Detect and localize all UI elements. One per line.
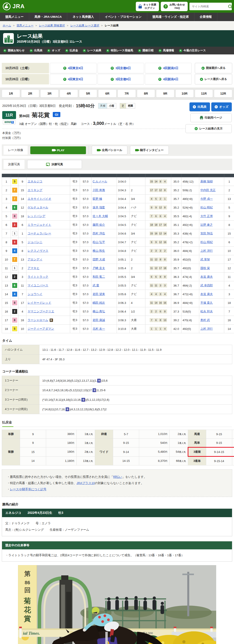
jockey-link[interactable]: 戸崎 圭太 bbox=[93, 266, 105, 270]
breadcrumb-link[interactable]: レース結果 開催選択 bbox=[39, 24, 65, 28]
trainer-link[interactable]: 上村 洋行 bbox=[200, 249, 213, 252]
race-tab[interactable]: 2R bbox=[21, 90, 39, 98]
jockey-link[interactable]: 岩田 康誠 bbox=[93, 318, 105, 322]
howto-read-results-button[interactable]: レース結果の見方 bbox=[185, 124, 232, 133]
race-tab[interactable]: 9R bbox=[156, 90, 174, 98]
trainer-link[interactable]: 武 幸四郎 bbox=[200, 284, 213, 287]
main-nav-item[interactable]: 競馬場・ウインズ・指定席 bbox=[147, 13, 194, 21]
sub-nav-item[interactable]: 今週の注目レース bbox=[177, 47, 208, 54]
race-tab[interactable]: 12R bbox=[214, 90, 232, 98]
meeting-button[interactable]: 4回新潟3日 bbox=[145, 63, 192, 73]
horse-name-link[interactable]: ミラージュナイト bbox=[28, 223, 51, 226]
jockey-link[interactable]: C.ルメール bbox=[93, 180, 107, 183]
sub-nav-item[interactable]: レース結果 bbox=[80, 47, 104, 54]
sub-nav-item[interactable]: 馬場情報 bbox=[156, 47, 177, 54]
race-tab[interactable]: 4R bbox=[60, 90, 78, 98]
print-page-button[interactable]: 印刷用ページ bbox=[190, 113, 232, 122]
meeting-button[interactable]: 3回京都9日 bbox=[97, 74, 144, 84]
main-nav-item[interactable]: ネット馬券購入 bbox=[67, 13, 99, 21]
faq-button[interactable]: お問い合わせ FAQ bbox=[161, 2, 188, 11]
horse-name-link[interactable]: ライトトラック bbox=[28, 275, 48, 278]
trainer-link[interactable]: 手塚 貴久 bbox=[200, 301, 213, 304]
breadcrumb-link[interactable]: レース結果 レース選択 bbox=[70, 24, 99, 28]
trainer-link[interactable]: 杉山 晴紀 bbox=[200, 206, 213, 209]
horse-name-link[interactable]: レイヤードレッド bbox=[28, 301, 51, 304]
back-to-race-select-button[interactable]: レース選択へ戻る bbox=[195, 74, 232, 84]
entry-table-button[interactable]: 出馬表 bbox=[189, 102, 210, 111]
sub-nav-item[interactable]: 開催お知らせ bbox=[1, 47, 27, 54]
sub-nav-item[interactable]: オッズ bbox=[45, 47, 63, 54]
sub-nav-item[interactable]: 出馬表 bbox=[27, 47, 45, 54]
back-to-meeting-select-button[interactable]: 開催選択へ戻る bbox=[195, 63, 232, 73]
horse-name-link[interactable]: エキサイトバイオ bbox=[28, 197, 51, 200]
main-nav-item[interactable]: 競馬メニュー bbox=[0, 13, 29, 21]
horse-name-link[interactable]: ラーシャローム bbox=[28, 318, 48, 322]
sub-nav-item[interactable]: 特別レース登録馬 bbox=[104, 47, 136, 54]
horse-name-link[interactable]: ゲルチュタール bbox=[28, 206, 48, 209]
race-tab[interactable]: 6R bbox=[98, 90, 116, 98]
jockey-link[interactable]: 横山 典弘 bbox=[93, 310, 105, 313]
race-tab[interactable]: 8R bbox=[137, 90, 155, 98]
race-tab[interactable]: 3R bbox=[40, 90, 59, 98]
breadcrumb-link[interactable]: レース結果 bbox=[105, 24, 119, 28]
trainer-link[interactable]: 杉山 晴紀 bbox=[200, 240, 213, 244]
finish-photo-button[interactable]: 決勝写真 bbox=[27, 160, 82, 169]
horse-name-link[interactable]: エネルジコ bbox=[28, 180, 43, 183]
sub-nav-item[interactable]: 開催日程 bbox=[136, 47, 156, 54]
jockey-link[interactable]: 松山 弘平 bbox=[93, 240, 105, 244]
breadcrumb-link[interactable]: 競馬メニュー bbox=[17, 24, 34, 28]
jockey-link[interactable]: 西村 淳也 bbox=[93, 232, 105, 235]
jockey-link[interactable]: 横山 和生 bbox=[93, 249, 105, 252]
note-link[interactable]: JRAプラス10 bbox=[77, 482, 95, 485]
meeting-button[interactable]: 4回東京9日 bbox=[50, 74, 97, 84]
main-nav-item[interactable]: 馬券・JRA-UMACA bbox=[29, 13, 67, 21]
horse-name-link[interactable]: アマキヒ bbox=[28, 266, 39, 270]
net-voting-login-button[interactable]: ネット投票 ログイン bbox=[136, 2, 159, 11]
jockey-link[interactable]: 坂井 瑠星 bbox=[93, 206, 105, 209]
horse-name-link[interactable]: ジョバンニ bbox=[28, 240, 43, 244]
jockey-link[interactable]: 川田 将雅 bbox=[93, 188, 105, 192]
horse-name-link[interactable]: ヤマニンブークリエ bbox=[28, 310, 54, 313]
trainer-link[interactable]: 辻野 泰之 bbox=[200, 223, 213, 226]
horse-name-link[interactable]: アロンディ bbox=[28, 258, 43, 261]
jra-logo[interactable]: JRA bbox=[2, 2, 25, 11]
trainer-link[interactable]: 松永 幹夫 bbox=[200, 310, 213, 313]
jockey-link[interactable]: 嶋田 純次 bbox=[93, 301, 105, 304]
horse-name-link[interactable]: マイユニバース bbox=[28, 284, 48, 287]
race-tab[interactable]: 1R bbox=[2, 90, 20, 98]
jockey-link[interactable]: 武 豊 bbox=[93, 284, 99, 287]
meeting-button[interactable]: 4回東京8日 bbox=[50, 63, 97, 73]
trainer-link[interactable]: 奥村 武 bbox=[200, 318, 210, 322]
odds-button[interactable]: オッズ bbox=[211, 102, 232, 111]
trainer-link[interactable]: 武 英智 bbox=[200, 258, 210, 261]
jockey-link[interactable]: 藤岡 佑介 bbox=[93, 223, 105, 226]
play-button[interactable]: PLAY bbox=[30, 146, 86, 154]
search-icon[interactable] bbox=[228, 5, 231, 8]
meeting-button[interactable]: 4回新潟4日 bbox=[145, 74, 192, 84]
sub-nav-item[interactable]: 払戻金 bbox=[63, 47, 81, 54]
note-link[interactable]: レースや騎手等につく記号 bbox=[10, 488, 47, 491]
jockey-link[interactable]: 和田 竜二 bbox=[93, 275, 105, 278]
trainer-link[interactable]: 安田 翔伍 bbox=[200, 232, 213, 235]
race-tab[interactable]: 7R bbox=[118, 90, 136, 98]
patrol-video-button[interactable]: 全周パトロール bbox=[92, 146, 127, 154]
trainer-link[interactable]: 国枝 栄 bbox=[200, 266, 210, 270]
horse-name-link[interactable]: ショウヘイ bbox=[28, 292, 43, 296]
jockey-link[interactable]: 佐々木 大輔 bbox=[93, 214, 108, 218]
trainer-link[interactable]: 友道 康夫 bbox=[200, 292, 213, 296]
jockey-interview-button[interactable]: 騎手インタビュー bbox=[130, 146, 169, 154]
horse-name-link[interactable]: レッドバンデ bbox=[28, 214, 45, 218]
trainer-link[interactable]: 中内田 充正 bbox=[200, 188, 216, 192]
horse-name-link[interactable]: エリキング bbox=[28, 188, 43, 192]
main-nav-item[interactable]: イベント・プロモーション bbox=[99, 13, 147, 21]
breadcrumb-link[interactable]: ホーム bbox=[3, 24, 11, 28]
main-nav-item[interactable]: 企業情報 bbox=[194, 13, 217, 21]
jockey-link[interactable]: 団野 大成 bbox=[93, 258, 105, 261]
jockey-link[interactable]: 荻野 極 bbox=[93, 197, 102, 200]
trainer-link[interactable]: 友道 康夫 bbox=[200, 275, 213, 278]
trainer-link[interactable]: 大竹 正博 bbox=[200, 214, 213, 218]
race-tab[interactable]: 5R bbox=[79, 90, 97, 98]
horse-name-link[interactable]: コーチェラバレー bbox=[28, 232, 51, 235]
horse-name-link[interactable]: レクスノヴァス bbox=[28, 249, 48, 252]
jockey-link[interactable]: 岩田 望来 bbox=[93, 292, 105, 296]
